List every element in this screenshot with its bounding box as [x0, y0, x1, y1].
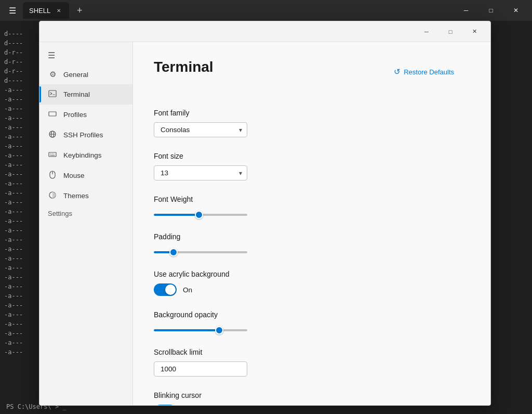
keyboard-icon	[48, 150, 57, 160]
settings-window: Settings ─ □ ✕ ☰ ⚙ General Terminal	[39, 21, 491, 406]
sidebar-item-themes[interactable]: Themes	[39, 186, 132, 206]
padding-slider[interactable]	[154, 251, 247, 253]
sidebar-item-label: Themes	[63, 192, 89, 200]
tab-close-button[interactable]: ✕	[55, 6, 63, 15]
bg-opacity-slider[interactable]	[154, 329, 247, 331]
sidebar-item-mouse[interactable]: Mouse	[39, 165, 132, 186]
toggle-thumb	[165, 284, 176, 295]
hamburger-menu-icon[interactable]: ☰	[4, 2, 21, 19]
font-weight-slider[interactable]	[154, 214, 247, 216]
globe-icon	[48, 130, 57, 140]
font-size-select[interactable]: 10 11 12 13 14 16 18 20	[154, 165, 247, 180]
bg-opacity-slider-container	[154, 324, 247, 333]
acrylic-toggle-row: On	[154, 283, 470, 296]
settings-close-button[interactable]: ✕	[462, 23, 486, 40]
restore-icon: ↺	[394, 67, 401, 76]
font-size-select-wrapper: 10 11 12 13 14 16 18 20 ▾	[154, 165, 247, 180]
acrylic-toggle-label: On	[183, 286, 192, 294]
font-weight-label: Font Weight	[154, 195, 470, 203]
settings-body: ☰ ⚙ General Terminal	[39, 42, 490, 405]
window-controls: ─ □ ✕	[454, 2, 528, 19]
padding-group: Padding	[154, 232, 470, 255]
acrylic-label: Use acrylic background	[154, 270, 470, 278]
sidebar-item-profiles[interactable]: Profiles	[39, 105, 132, 125]
sidebar-item-general[interactable]: ⚙ General	[39, 64, 132, 84]
profiles-icon	[48, 110, 57, 120]
new-tab-button[interactable]: +	[71, 2, 88, 19]
shell-tab[interactable]: SHELL ✕	[23, 2, 69, 19]
settings-maximize-button[interactable]: □	[438, 23, 462, 40]
themes-icon	[48, 191, 57, 201]
blinking-toggle-row: On	[154, 405, 470, 405]
font-family-label: Font family	[154, 109, 470, 117]
acrylic-toggle[interactable]	[154, 283, 177, 296]
sidebar-hamburger-icon[interactable]: ☰	[39, 46, 132, 64]
blinking-cursor-group: Blinking cursor On	[154, 391, 470, 405]
gear-icon: ⚙	[48, 70, 57, 79]
minimize-button[interactable]: ─	[454, 2, 478, 19]
settings-minimize-button[interactable]: ─	[415, 23, 438, 40]
sidebar-item-label: Keybindings	[63, 151, 102, 159]
font-family-group: Font family Consolas Courier New Lucida …	[154, 109, 470, 137]
padding-slider-container	[154, 246, 247, 255]
sidebar-item-label: General	[63, 71, 88, 79]
font-weight-slider-container	[154, 209, 247, 218]
font-weight-group: Font Weight	[154, 195, 470, 218]
restore-defaults-button[interactable]: ↺ Restore Defaults	[389, 64, 459, 80]
settings-sidebar: ☰ ⚙ General Terminal	[39, 42, 133, 405]
scrollback-input[interactable]	[154, 361, 247, 377]
bg-opacity-label: Background opacity	[154, 310, 470, 319]
settings-titlebar: Settings ─ □ ✕	[39, 21, 490, 42]
main-content-area: Terminal ↺ Restore Defaults Font family …	[133, 42, 490, 405]
terminal-icon	[48, 89, 57, 99]
svg-rect-0	[49, 90, 56, 97]
tab-label: SHELL	[29, 7, 50, 15]
sidebar-item-label: Terminal	[63, 90, 90, 98]
sidebar-item-ssh-profiles[interactable]: SSH Profiles	[39, 125, 132, 145]
font-size-group: Font size 10 11 12 13 14 16 18 20 ▾	[154, 152, 470, 180]
close-button[interactable]: ✕	[504, 2, 528, 19]
scrollback-label: Scrollback limit	[154, 348, 470, 356]
padding-label: Padding	[154, 232, 470, 241]
font-family-select-wrapper: Consolas Courier New Lucida Console Sour…	[154, 122, 247, 137]
sidebar-item-label: SSH Profiles	[63, 131, 103, 139]
main-header: Terminal ↺ Restore Defaults	[154, 59, 470, 92]
font-size-label: Font size	[154, 152, 470, 160]
sidebar-item-label: Profiles	[63, 111, 87, 119]
settings-title-text: Settings	[48, 210, 72, 217]
mouse-icon	[48, 171, 57, 180]
blinking-toggle[interactable]	[154, 405, 177, 405]
page-title: Terminal	[154, 59, 214, 75]
bg-opacity-group: Background opacity	[154, 310, 470, 333]
sidebar-item-label: Mouse	[63, 172, 85, 179]
acrylic-group: Use acrylic background On	[154, 270, 470, 296]
titlebar: ☰ SHELL ✕ + ─ □ ✕	[0, 0, 532, 21]
svg-rect-4	[49, 152, 56, 157]
svg-rect-1	[49, 112, 56, 116]
sidebar-item-keybindings[interactable]: Keybindings	[39, 145, 132, 165]
scrollback-group: Scrollback limit	[154, 348, 470, 377]
font-family-select[interactable]: Consolas Courier New Lucida Console Sour…	[154, 122, 247, 137]
maximize-button[interactable]: □	[479, 2, 503, 19]
sidebar-item-terminal[interactable]: Terminal	[39, 84, 132, 105]
toggle-track	[154, 405, 177, 405]
blinking-cursor-label: Blinking cursor	[154, 391, 470, 399]
